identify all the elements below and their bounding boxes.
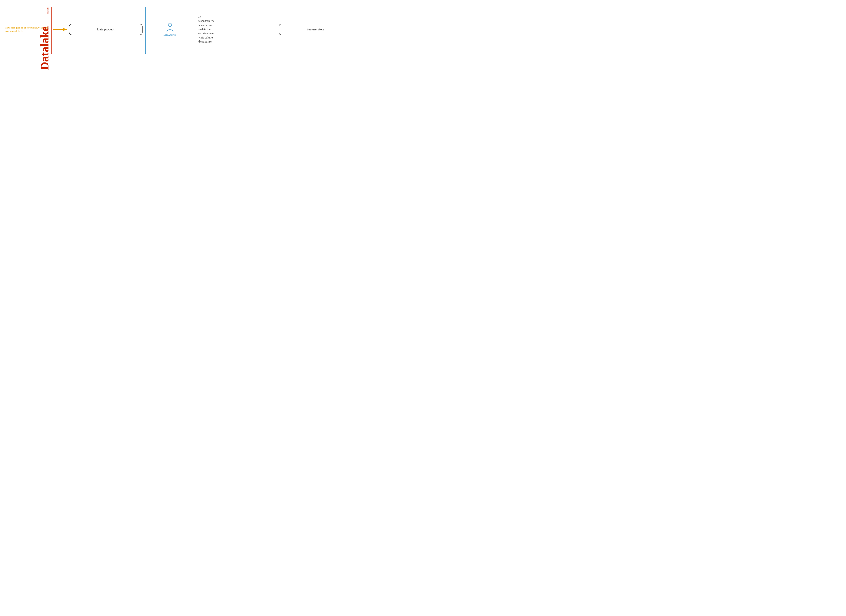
content-area: DatalakeStack BIStack MLWow c'est quoi ç… [5, 7, 328, 54]
enjeux-text: Je responsabilise le métier sur sa data … [192, 15, 214, 44]
datalake-label: Datalake [38, 26, 51, 70]
stack-ml-label: Stack ML [47, 26, 49, 34]
personas-cell: Data Analyste [142, 22, 192, 36]
stack-bi-label: Stack BI [47, 7, 49, 14]
arrow-cell [51, 26, 69, 32]
persona-label: Data Analyste [163, 34, 176, 36]
layer-row: Feature Store Data ScientistJ'industrial… [214, 7, 333, 52]
svg-point-1 [168, 23, 172, 27]
persona-item: Data Analyste [163, 22, 176, 36]
layer-box: Data product [69, 24, 142, 35]
layer-box: Feature Store [279, 24, 333, 35]
page: DatalakeStack BIStack MLWow c'est quoi ç… [5, 5, 328, 54]
layer-row: Wow c'est quoi ça, encore un nouveau nom… [5, 7, 214, 52]
